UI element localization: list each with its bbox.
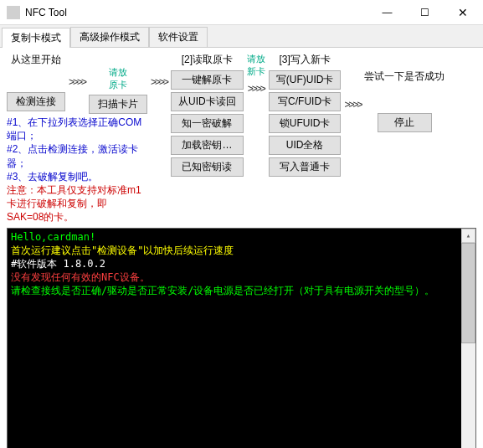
arrow-icon: >>>> <box>151 53 167 88</box>
uid-full-format-button[interactable]: UID全格 <box>269 136 342 155</box>
scroll-up-icon[interactable]: ▴ <box>461 229 475 243</box>
console-line: #软件版本 1.8.0.2 <box>11 257 472 270</box>
section-write-head: [3]写入新卡 <box>279 53 330 67</box>
toolbar: 从这里开始 检测连接 >>>> 请放原卡 扫描卡片 >>>> #1、在下拉列表选… <box>0 48 483 228</box>
read-from-uid-button[interactable]: 从UID卡读回 <box>171 92 244 111</box>
tab-settings[interactable]: 软件设置 <box>149 27 208 47</box>
title-bar: NFC Tool — ☐ ✕ <box>0 0 483 25</box>
section-read-original: [2]读取原卡 一键解原卡 从UID卡读回 知一密破解 加载密钥… 已知密钥读 <box>171 53 244 177</box>
stop-button[interactable]: 停止 <box>378 113 432 132</box>
console-line: Hello,cardman! <box>11 230 472 244</box>
load-key-button[interactable]: 加载密钥… <box>171 136 244 155</box>
section-read-head: [2]读取原卡 <box>182 53 233 67</box>
section-write-new: [3]写入新卡 写(UF)UID卡 写C/FUID卡 锁UFUID卡 UID全格… <box>269 53 342 177</box>
arrow-icon: >>>> <box>69 53 85 88</box>
section-scan: 请放原卡 扫描卡片 <box>89 53 147 114</box>
known-key-read-button[interactable]: 已知密钥读 <box>171 157 244 177</box>
note-warning: 注意：本工具仅支持对标准m1卡进行破解和复制，即SAK=08的卡。 <box>7 183 143 224</box>
note-line: #3、去破解复制吧。 <box>7 170 143 183</box>
onekey-crack-button[interactable]: 一键解原卡 <box>171 70 244 90</box>
hint-place-original: 请放原卡 <box>109 66 127 91</box>
write-cfuid-button[interactable]: 写C/FUID卡 <box>269 92 342 111</box>
scan-card-button[interactable]: 扫描卡片 <box>89 95 147 114</box>
lock-ufuid-button[interactable]: 锁UFUID卡 <box>269 114 342 133</box>
section-verify: 尝试一下是否成功 停止 <box>364 53 444 132</box>
detect-connect-button[interactable]: 检测连接 <box>7 92 65 111</box>
hint-place-new: 请放新卡 <box>247 53 265 78</box>
section-start-head: 从这里开始 <box>11 53 61 67</box>
write-uf-uid-button[interactable]: 写(UF)UID卡 <box>269 70 342 90</box>
close-button[interactable]: ✕ <box>444 1 481 24</box>
try-label: 尝试一下是否成功 <box>364 70 444 84</box>
arrow-icon: >>>> <box>248 80 265 95</box>
tab-copy-mode[interactable]: 复制卡模式 <box>2 28 70 48</box>
instructions-text: #1、在下拉列表选择正确COM端口； #2、点击检测连接，激活读卡器； #3、去… <box>7 116 143 224</box>
window-title: NFC Tool <box>25 7 368 18</box>
console-line: 请检查接线是否正确/驱动是否正常安装/设备电源是否已经打开（对于具有电源开关的型… <box>11 284 472 297</box>
known-one-crack-button[interactable]: 知一密破解 <box>171 114 244 133</box>
tab-advanced-mode[interactable]: 高级操作模式 <box>70 27 149 47</box>
note-line: #1、在下拉列表选择正确COM端口； <box>7 116 143 142</box>
scroll-track[interactable] <box>461 343 475 449</box>
placeholder <box>34 69 37 89</box>
console-line: 首次运行建议点击"检测设备"以加快后续运行速度 <box>11 244 472 257</box>
arrow-icon: >>>> <box>344 53 361 111</box>
console-output: Hello,cardman! 首次运行建议点击"检测设备"以加快后续运行速度 #… <box>7 228 476 449</box>
note-line: #2、点击检测连接，激活读卡器； <box>7 142 143 169</box>
maximize-button[interactable]: ☐ <box>406 1 444 24</box>
console-line: 没有发现任何有效的NFC设备。 <box>11 270 472 284</box>
tab-bar: 复制卡模式 高级操作模式 软件设置 <box>0 25 483 48</box>
section-start: 从这里开始 检测连接 <box>7 53 65 111</box>
placeholder <box>116 53 119 64</box>
minimize-button[interactable]: — <box>368 1 406 24</box>
scroll-thumb[interactable] <box>461 243 475 343</box>
write-normal-button[interactable]: 写入普通卡 <box>269 157 342 177</box>
console-scrollbar[interactable]: ▴ ▾ <box>461 229 475 449</box>
app-icon <box>7 6 20 19</box>
hint-new-card: 请放新卡 >>>> <box>247 53 265 95</box>
